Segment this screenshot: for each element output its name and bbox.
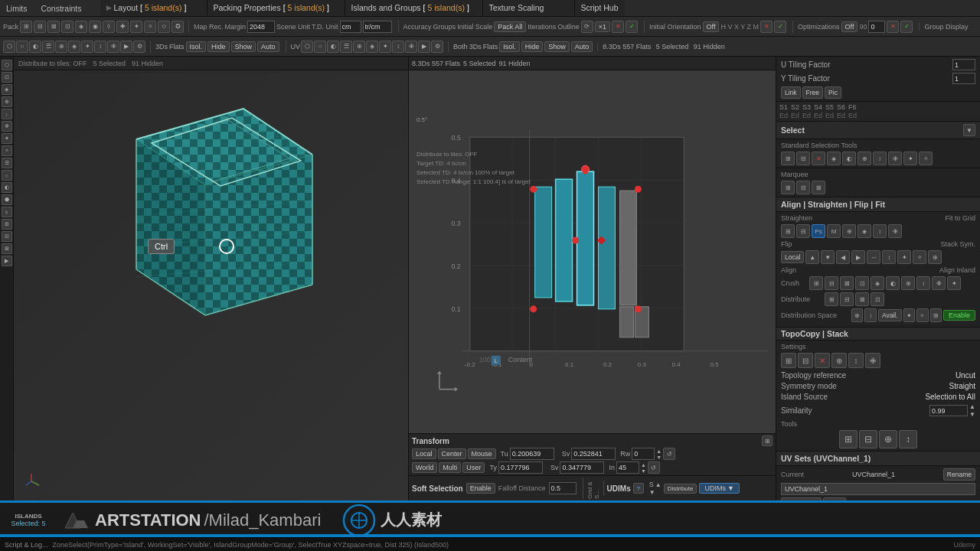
margin-input[interactable] bbox=[247, 21, 275, 33]
center-btn[interactable]: Center bbox=[438, 448, 466, 459]
icon-pack-btn11[interactable]: ✩ bbox=[158, 21, 170, 33]
uv-icon-1[interactable]: ⬡ bbox=[301, 41, 313, 53]
reset-rot-btn[interactable]: ↺ bbox=[663, 448, 675, 460]
tu-input[interactable] bbox=[510, 448, 554, 460]
left-tool-7[interactable]: ✦ bbox=[2, 133, 12, 144]
orient-close-btn[interactable]: ✕ bbox=[760, 21, 773, 33]
crush-icon-4[interactable]: ⊡ bbox=[855, 276, 869, 290]
icon-pack-btn12[interactable]: ✪ bbox=[172, 21, 184, 33]
flip-icon-1[interactable]: ↔ bbox=[867, 250, 880, 264]
crush-icon-7[interactable]: ⊕ bbox=[901, 276, 915, 290]
crush-icon-8[interactable]: ↕ bbox=[916, 276, 930, 290]
left-tool-4[interactable]: ⊕ bbox=[2, 96, 12, 107]
distribute-btn[interactable]: Distribute bbox=[664, 484, 697, 494]
dist-icon-1[interactable]: ⊞ bbox=[825, 292, 838, 306]
ed3-label[interactable]: Ed bbox=[802, 112, 811, 119]
btn-check-pack[interactable]: ✓ bbox=[626, 21, 638, 33]
mouse-btn[interactable]: Mouse bbox=[468, 448, 496, 459]
sel-icon-1[interactable]: ⊞ bbox=[781, 152, 795, 165]
uv-icon-7[interactable]: ✦ bbox=[379, 41, 391, 53]
left-tool-1[interactable]: ⬡ bbox=[2, 60, 12, 70]
straight-icon-4[interactable]: M bbox=[827, 224, 841, 238]
btn-close-pack[interactable]: ✕ bbox=[612, 21, 624, 33]
straight-icon-2[interactable]: ⊟ bbox=[796, 224, 810, 238]
topo-icon-3[interactable]: ✕ bbox=[815, 353, 830, 368]
sel-icon-7[interactable]: ↕ bbox=[873, 152, 887, 165]
avail-btn[interactable]: Avail. bbox=[878, 309, 902, 321]
topo-icon-2[interactable]: ⊟ bbox=[798, 353, 813, 368]
icon-pack-btn2[interactable]: ⊟ bbox=[34, 21, 46, 33]
transform-arrows-1[interactable]: ▲ ▼ bbox=[656, 448, 662, 460]
cm-input[interactable] bbox=[340, 21, 361, 33]
straight-icon-3[interactable]: Ps bbox=[812, 224, 825, 238]
ed5-label[interactable]: Ed bbox=[825, 112, 834, 119]
uv-icon-3[interactable]: ◐ bbox=[327, 41, 339, 53]
transform-expand-btn[interactable]: ⊞ bbox=[762, 435, 773, 446]
hide-btn[interactable]: Hide bbox=[207, 41, 230, 52]
flip-up-btn[interactable]: ▲ bbox=[805, 250, 819, 264]
transform-arrows-2[interactable]: ▲ ▼ bbox=[641, 462, 646, 474]
uv-channel-list-item[interactable]: UVChannel_1 bbox=[781, 483, 975, 495]
s6-label[interactable]: S6 bbox=[837, 103, 845, 111]
topo-icon-4[interactable]: ⊕ bbox=[831, 353, 847, 368]
vp-icon-7[interactable]: ✦ bbox=[81, 41, 93, 53]
isol-btn[interactable]: Isol. bbox=[186, 41, 207, 52]
opt-check-btn[interactable]: ✓ bbox=[900, 21, 913, 33]
vp-icon-8[interactable]: ↕ bbox=[94, 41, 106, 53]
pack-all-btn[interactable]: Pack All bbox=[494, 21, 526, 32]
vp-icon-11[interactable]: ⚙ bbox=[133, 41, 145, 53]
icon-pack-btn3[interactable]: ⊠ bbox=[47, 21, 60, 33]
sel-icon-9[interactable]: ✦ bbox=[903, 152, 917, 165]
vp-icon-1[interactable]: ⬡ bbox=[3, 41, 15, 53]
crush-icon-5[interactable]: ◈ bbox=[871, 276, 884, 290]
icon-pack-btn4[interactable]: ⊡ bbox=[61, 21, 74, 33]
vp-icon-2[interactable]: ○ bbox=[16, 41, 28, 53]
s5-label[interactable]: S5 bbox=[825, 103, 834, 111]
tiling-y-input[interactable] bbox=[952, 73, 975, 84]
dist-icon-8[interactable]: ✧ bbox=[916, 308, 928, 322]
tools-icon-1[interactable]: ⊞ bbox=[839, 430, 858, 448]
sel-icon-5[interactable]: ◐ bbox=[842, 152, 856, 165]
icon-pack-btn1[interactable]: ⊞ bbox=[20, 21, 32, 33]
opt-value-input[interactable] bbox=[868, 21, 885, 33]
vp-icon-9[interactable]: ✙ bbox=[107, 41, 119, 53]
similarity-input[interactable] bbox=[929, 405, 968, 416]
flip-icon-5[interactable]: ⊕ bbox=[928, 250, 942, 264]
sel-icon-10[interactable]: ✧ bbox=[919, 152, 933, 165]
sv-input-2[interactable] bbox=[560, 461, 604, 474]
tiling-x-input[interactable] bbox=[952, 59, 975, 70]
falloff-input[interactable] bbox=[549, 482, 577, 494]
trcm-input[interactable] bbox=[363, 21, 392, 33]
sel-icon-4[interactable]: ◈ bbox=[827, 152, 841, 165]
sel-icon-8[interactable]: ✙ bbox=[888, 152, 902, 165]
icon-pack-btn10[interactable]: ✧ bbox=[144, 21, 156, 33]
crush-icon-2[interactable]: ⊟ bbox=[825, 276, 838, 290]
crush-icon-10[interactable]: ✦ bbox=[947, 276, 961, 290]
left-tool-12[interactable]: ⬣ bbox=[2, 194, 12, 205]
s3-label[interactable]: S3 bbox=[802, 103, 811, 111]
dist-icon-4[interactable]: ⊡ bbox=[871, 292, 884, 306]
straight-icon-1[interactable]: ⊞ bbox=[781, 224, 795, 238]
uv-icon-11[interactable]: ⚙ bbox=[431, 41, 443, 53]
marquee-icon-2[interactable]: ⊟ bbox=[796, 181, 810, 194]
vp-icon-5[interactable]: ⊕ bbox=[55, 41, 67, 53]
s1-label[interactable]: S1 bbox=[779, 103, 788, 111]
ed7-label[interactable]: Ed bbox=[848, 112, 857, 119]
sel-icon-3[interactable]: ✕ bbox=[812, 152, 825, 165]
isol-btn2[interactable]: Isol. bbox=[499, 41, 520, 52]
uv-area[interactable]: 0.5 0.4 0.3 0.2 0.1 -0.2 -0.1 0 0.1 0.2 … bbox=[409, 70, 776, 433]
world-btn[interactable]: World bbox=[412, 462, 437, 473]
ed1-label[interactable]: Ed bbox=[779, 112, 788, 119]
s4-label[interactable]: S4 bbox=[814, 103, 822, 111]
show-btn2[interactable]: Show bbox=[544, 41, 570, 52]
crush-icon-1[interactable]: ⊞ bbox=[809, 276, 823, 290]
uv-icon-4[interactable]: ☰ bbox=[340, 41, 352, 53]
user-btn[interactable]: User bbox=[462, 462, 485, 473]
flip-left-btn[interactable]: ◀ bbox=[836, 250, 850, 264]
uv-icon-8[interactable]: ↕ bbox=[392, 41, 404, 53]
vp-icon-6[interactable]: ◈ bbox=[68, 41, 80, 53]
marquee-icon-3[interactable]: ⊠ bbox=[812, 181, 825, 194]
btn-x1[interactable]: ×1 bbox=[595, 21, 610, 32]
marquee-icon-1[interactable]: ⊞ bbox=[781, 181, 795, 194]
icon-pack-btn6[interactable]: ◉ bbox=[89, 21, 101, 33]
